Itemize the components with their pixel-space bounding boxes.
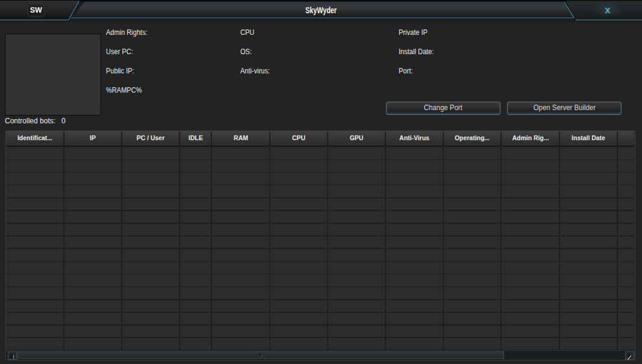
svg-text:SkyWyder: SkyWyder	[305, 5, 337, 15]
svg-text:x: x	[605, 5, 611, 15]
svg-text:SW: SW	[30, 6, 42, 14]
